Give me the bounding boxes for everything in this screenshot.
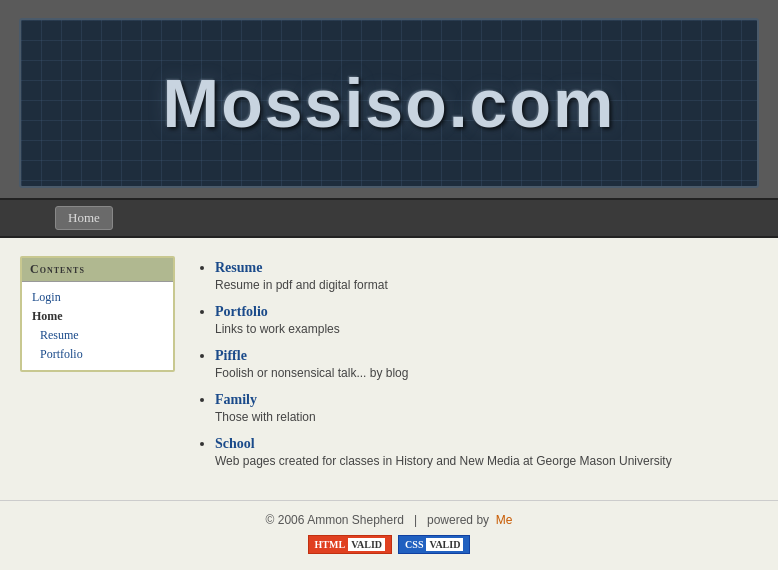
footer-text: © 2006 Ammon Shepherd | powered by Me [0,513,778,527]
home-nav-button[interactable]: Home [55,206,113,230]
school-link[interactable]: School [215,436,255,451]
css-valid-text: VALID [426,538,463,551]
me-link[interactable]: Me [496,513,513,527]
portfolio-link[interactable]: Portfolio [215,304,268,319]
sidebar-item-home[interactable]: Home [32,309,163,324]
main-content: Contents Login Home Resume Portfolio Res… [0,238,778,500]
contents-header: Contents [22,258,173,282]
list-item: Resume Resume in pdf and digital format [215,260,758,292]
resume-desc: Resume in pdf and digital format [215,278,758,292]
html-valid-badge[interactable]: HTML VALID [308,535,393,554]
sidebar-item-resume[interactable]: Resume [32,328,163,343]
copyright-text: © 2006 Ammon Shepherd [266,513,404,527]
powered-by-text: powered by [427,513,489,527]
family-desc: Those with relation [215,410,758,424]
footer: © 2006 Ammon Shepherd | powered by Me HT… [0,500,778,570]
html-badge-text: HTML [315,539,346,550]
site-banner: Mossiso.com [19,18,759,188]
list-item: Portfolio Links to work examples [215,304,758,336]
piffle-link[interactable]: Piffle [215,348,247,363]
sidebar-item-login[interactable]: Login [32,290,163,305]
resume-link[interactable]: Resume [215,260,262,275]
site-title: Mossiso.com [163,64,616,142]
content-list: Resume Resume in pdf and digital format … [195,260,758,468]
list-item: Piffle Foolish or nonsensical talk... by… [215,348,758,380]
css-valid-badge[interactable]: CSS VALID [398,535,470,554]
family-link[interactable]: Family [215,392,257,407]
school-desc: Web pages created for classes in History… [215,454,758,468]
css-badge-text: CSS [405,539,423,550]
contents-nav: Login Home Resume Portfolio [22,282,173,370]
navbar: Home [0,198,778,238]
portfolio-desc: Links to work examples [215,322,758,336]
sidebar: Contents Login Home Resume Portfolio [20,256,175,480]
contents-box: Contents Login Home Resume Portfolio [20,256,175,372]
sidebar-item-portfolio[interactable]: Portfolio [32,347,163,362]
list-item: Family Those with relation [215,392,758,424]
list-item: School Web pages created for classes in … [215,436,758,468]
html-valid-text: VALID [348,538,385,551]
badges: HTML VALID CSS VALID [0,535,778,554]
content-area: Resume Resume in pdf and digital format … [195,256,758,480]
footer-separator: | [414,513,417,527]
piffle-desc: Foolish or nonsensical talk... by blog [215,366,758,380]
